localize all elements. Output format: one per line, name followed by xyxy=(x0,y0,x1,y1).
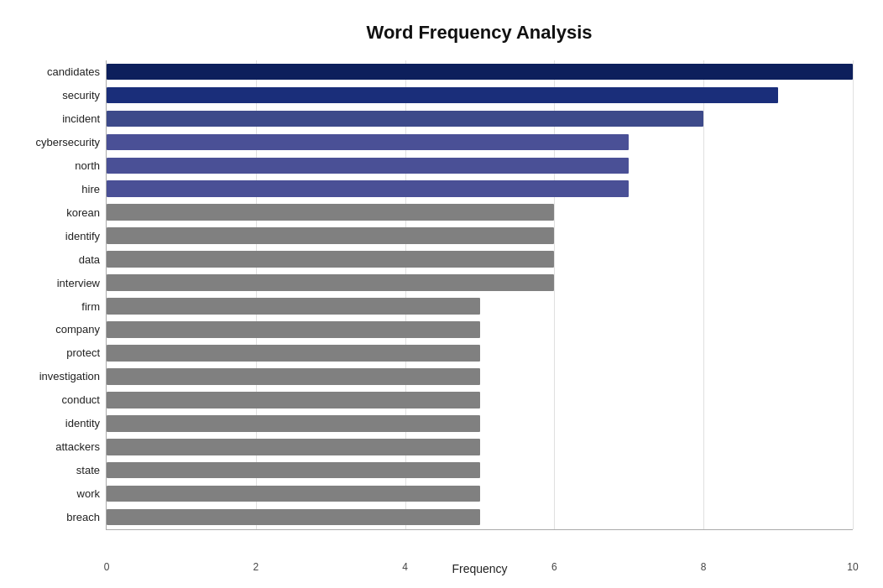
bar-row: work xyxy=(107,482,853,506)
x-tick: 4 xyxy=(402,561,408,573)
bar xyxy=(107,204,554,221)
bar-label: hire xyxy=(8,183,100,195)
bar-label: investigation xyxy=(8,370,100,382)
bar-label: company xyxy=(8,323,100,336)
x-tick: 8 xyxy=(701,561,707,573)
bar-row: attackers xyxy=(107,435,853,459)
grid-line xyxy=(853,60,854,529)
bar xyxy=(107,64,853,81)
bar-row: incident xyxy=(107,107,853,130)
bar-label: attackers xyxy=(8,440,100,453)
bar-label: breach xyxy=(8,511,100,523)
x-tick: 10 xyxy=(847,561,858,573)
bar-row: firm xyxy=(107,294,853,318)
x-tick: 6 xyxy=(551,561,557,573)
bar-label: identify xyxy=(8,230,100,242)
bar-row: identify xyxy=(107,224,853,247)
bar-label: north xyxy=(8,159,100,172)
bar xyxy=(107,274,554,291)
bar xyxy=(107,134,629,151)
chart-title: Word Frequency Analysis xyxy=(106,22,853,44)
bar-label: work xyxy=(8,487,100,500)
bar xyxy=(107,392,480,408)
bar-row: cybersecurity xyxy=(107,130,853,154)
chart-area: candidatessecurityincidentcybersecurityn… xyxy=(106,60,853,530)
bar-row: company xyxy=(107,318,853,341)
bar-label: state xyxy=(8,464,100,476)
bar-row: breach xyxy=(107,506,853,529)
bars-wrapper: candidatessecurityincidentcybersecurityn… xyxy=(107,60,853,529)
bar xyxy=(107,111,703,127)
bar-label: cybersecurity xyxy=(8,136,100,148)
bar xyxy=(107,509,480,526)
bar xyxy=(107,87,778,104)
bar-row: hire xyxy=(107,177,853,200)
bar xyxy=(107,345,480,362)
bar-label: conduct xyxy=(8,393,100,406)
bar-row: conduct xyxy=(107,388,853,412)
x-axis-label: Frequency xyxy=(452,562,507,575)
bar-label: identity xyxy=(8,417,100,429)
bar-row: north xyxy=(107,154,853,177)
bar xyxy=(107,158,629,174)
bar xyxy=(107,251,554,268)
bar-row: security xyxy=(107,83,853,107)
x-tick: 0 xyxy=(104,561,110,573)
chart-container: Word Frequency Analysis candidatessecuri… xyxy=(5,5,878,584)
bar xyxy=(107,298,480,315)
bar-label: protect xyxy=(8,346,100,359)
bar-label: korean xyxy=(8,206,100,219)
bar xyxy=(107,227,554,244)
bar xyxy=(107,368,480,385)
bar-row: identity xyxy=(107,412,853,435)
bar-row: candidates xyxy=(107,60,853,84)
bar-row: korean xyxy=(107,200,853,224)
bar-label: data xyxy=(8,253,100,266)
bar-label: security xyxy=(8,89,100,101)
bar xyxy=(107,462,480,479)
bar-row: interview xyxy=(107,271,853,294)
bar-label: firm xyxy=(8,300,100,313)
bar xyxy=(107,439,480,455)
bar-label: interview xyxy=(8,277,100,289)
x-tick: 2 xyxy=(253,561,259,573)
bar-row: data xyxy=(107,247,853,271)
bar-row: investigation xyxy=(107,365,853,388)
bar-label: incident xyxy=(8,112,100,125)
bar-label: candidates xyxy=(8,65,100,78)
bar xyxy=(107,486,480,502)
bar xyxy=(107,415,480,432)
bar-row: protect xyxy=(107,341,853,365)
bar xyxy=(107,180,629,197)
bar-row: state xyxy=(107,459,853,482)
bar xyxy=(107,321,480,338)
